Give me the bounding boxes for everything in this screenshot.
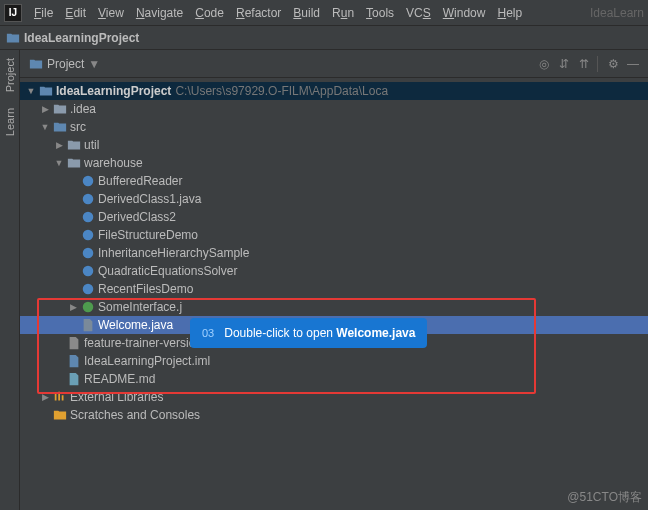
folder-icon — [53, 120, 67, 134]
tree-item[interactable]: InheritanceHierarchySample — [20, 244, 648, 262]
tool-window-tabs: Project Learn — [0, 50, 20, 510]
gear-icon[interactable]: ⚙ — [604, 55, 622, 73]
menu-window[interactable]: Window — [437, 6, 492, 20]
tree-item[interactable]: BufferedReader — [20, 172, 648, 190]
tree-item[interactable]: Scratches and Consoles — [20, 406, 648, 424]
folder-icon — [6, 31, 20, 45]
menu-file[interactable]: File — [28, 6, 59, 20]
breadcrumb: IdeaLearningProject — [0, 26, 648, 50]
menu-navigate[interactable]: Navigate — [130, 6, 189, 20]
tree-item[interactable]: ▶SomeInterface.j — [20, 298, 648, 316]
class-icon — [81, 192, 95, 206]
tree-item[interactable]: ▶ .idea — [20, 100, 648, 118]
tree-root[interactable]: ▼ IdeaLearningProject C:\Users\s97929.O-… — [20, 82, 648, 100]
project-panel: Project ▼ ◎ ⇵ ⇈ ⚙ — ▼ IdeaLearningProjec… — [20, 50, 648, 510]
collapse-all-icon[interactable]: ⇈ — [575, 55, 593, 73]
class-icon — [81, 174, 95, 188]
tree-item[interactable]: RecentFilesDemo — [20, 280, 648, 298]
interface-icon — [81, 300, 95, 314]
tree-item[interactable]: README.md — [20, 370, 648, 388]
folder-icon — [53, 102, 67, 116]
expand-all-icon[interactable]: ⇵ — [555, 55, 573, 73]
tree-item[interactable]: ▶ util — [20, 136, 648, 154]
menubar: IJ File Edit View Navigate Code Refactor… — [0, 0, 648, 26]
project-view-icon — [29, 57, 43, 71]
watermark: @51CTO博客 — [567, 489, 642, 506]
app-logo-icon: IJ — [4, 4, 22, 22]
tab-project[interactable]: Project — [4, 54, 16, 96]
menu-view[interactable]: View — [92, 6, 130, 20]
panel-header: Project ▼ ◎ ⇵ ⇈ ⚙ — — [20, 50, 648, 78]
scratch-icon — [53, 408, 67, 422]
project-tree[interactable]: ▼ IdeaLearningProject C:\Users\s97929.O-… — [20, 78, 648, 510]
tree-item[interactable]: ▶External Libraries — [20, 388, 648, 406]
tree-item[interactable]: ▼ src — [20, 118, 648, 136]
class-icon — [81, 264, 95, 278]
class-icon — [81, 282, 95, 296]
menu-tools[interactable]: Tools — [360, 6, 400, 20]
title-project: IdeaLearn — [590, 6, 644, 20]
hint-step-number: 03 — [202, 327, 214, 339]
class-icon — [81, 228, 95, 242]
tree-item[interactable]: DerivedClass2 — [20, 208, 648, 226]
folder-icon — [39, 84, 53, 98]
menu-code[interactable]: Code — [189, 6, 230, 20]
menu-refactor[interactable]: Refactor — [230, 6, 287, 20]
hint-tooltip: 03 Double-click to open Welcome.java — [190, 318, 427, 348]
tree-item[interactable]: FileStructureDemo — [20, 226, 648, 244]
menu-run[interactable]: Run — [326, 6, 360, 20]
class-icon — [81, 246, 95, 260]
md-icon — [67, 372, 81, 386]
class-icon — [81, 210, 95, 224]
folder-icon — [67, 138, 81, 152]
menu-help[interactable]: Help — [491, 6, 528, 20]
tree-item[interactable]: ▼ warehouse — [20, 154, 648, 172]
panel-title[interactable]: Project — [47, 57, 84, 71]
tree-item[interactable]: IdeaLearningProject.iml — [20, 352, 648, 370]
folder-icon — [67, 156, 81, 170]
breadcrumb-project[interactable]: IdeaLearningProject — [24, 31, 139, 45]
menu-vcs[interactable]: VCS — [400, 6, 437, 20]
hint-text: Double-click to open Welcome.java — [224, 326, 415, 340]
tree-item[interactable]: DerivedClass1.java — [20, 190, 648, 208]
java-file-icon — [81, 318, 95, 332]
tree-item[interactable]: QuadraticEquationsSolver — [20, 262, 648, 280]
tab-learn[interactable]: Learn — [4, 104, 16, 140]
library-icon — [53, 390, 67, 404]
iml-icon — [67, 354, 81, 368]
menu-build[interactable]: Build — [287, 6, 326, 20]
file-icon — [67, 336, 81, 350]
menu-edit[interactable]: Edit — [59, 6, 92, 20]
locate-icon[interactable]: ◎ — [535, 55, 553, 73]
hide-icon[interactable]: — — [624, 55, 642, 73]
